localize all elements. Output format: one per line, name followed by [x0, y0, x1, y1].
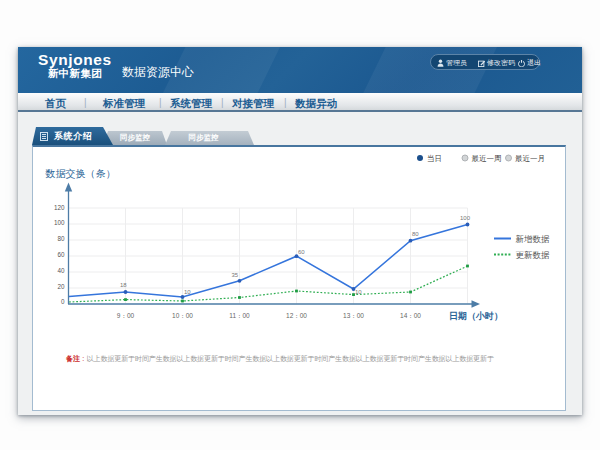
svg-text:当日: 当日 — [427, 154, 442, 163]
svg-text:10: 10 — [355, 289, 362, 295]
svg-text:20: 20 — [57, 283, 65, 290]
svg-text:9：00: 9：00 — [117, 312, 135, 319]
svg-text:最近一周: 最近一周 — [472, 154, 502, 163]
svg-text:11：00: 11：00 — [229, 312, 250, 319]
svg-text:80: 80 — [57, 235, 65, 242]
svg-text:40: 40 — [57, 267, 65, 274]
svg-text:14：00: 14：00 — [400, 312, 421, 319]
svg-text:10: 10 — [184, 289, 191, 295]
svg-text:12：00: 12：00 — [286, 312, 307, 319]
svg-text:60: 60 — [298, 249, 305, 255]
svg-text:100: 100 — [460, 215, 471, 221]
svg-text:新增数据: 新增数据 — [516, 234, 551, 244]
svg-text:60: 60 — [57, 251, 65, 258]
svg-text:10：00: 10：00 — [172, 312, 193, 319]
svg-text:数据交换（条）: 数据交换（条） — [45, 168, 116, 179]
svg-text:0: 0 — [61, 298, 65, 305]
svg-text:18: 18 — [120, 282, 127, 288]
svg-text:最近一月: 最近一月 — [515, 154, 545, 163]
svg-text:更新数据: 更新数据 — [516, 250, 551, 260]
svg-text:80: 80 — [412, 231, 419, 237]
svg-text:日期（小时）: 日期（小时） — [449, 311, 503, 321]
svg-text:120: 120 — [54, 204, 65, 211]
svg-text:100: 100 — [54, 219, 65, 226]
svg-text:35: 35 — [232, 272, 239, 278]
svg-text:13：00: 13：00 — [343, 312, 364, 319]
